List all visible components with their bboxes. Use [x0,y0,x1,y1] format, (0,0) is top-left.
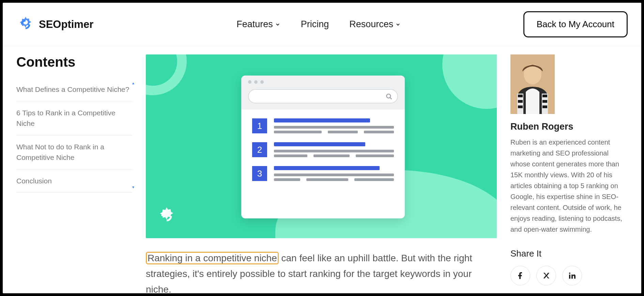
author-avatar [510,54,555,114]
rank-badge: 3 [252,166,267,181]
hero-illustration: 1 2 [146,54,497,238]
serp-results: 1 2 [241,110,405,199]
svg-rect-10 [542,105,547,108]
rank-badge: 1 [252,118,267,133]
primary-nav: Features Pricing Resources [236,19,401,30]
svg-point-0 [387,94,391,98]
site-header: SEOptimer Features Pricing Resources Bac… [3,3,641,46]
nav-pricing[interactable]: Pricing [301,19,329,30]
gear-icon [156,205,177,228]
result-lines-icon [274,166,394,181]
article-intro: Ranking in a competitive niche can feel … [146,250,497,293]
toc-heading: Contents [16,54,132,70]
caret-icon: ▴ [132,80,134,86]
search-icon [386,93,393,100]
brand-name: SEOptimer [39,18,93,31]
toc-item-label: What Not to do to Rank in a Competitive … [16,143,104,162]
svg-rect-6 [518,100,523,103]
toc-item-label: 6 Tips to Rank in a Competitive Niche [16,109,116,128]
svg-rect-7 [518,105,523,108]
browser-chrome [241,76,405,110]
share-facebook-button[interactable] [510,266,530,285]
share-heading: Share It [510,248,628,259]
serp-mockup: 1 2 [241,76,405,218]
serp-result: 3 [252,166,394,181]
account-button[interactable]: Back to My Account [523,11,628,37]
main-content: Contents ▴ What Defines a Competitive Ni… [3,46,641,293]
article-column: 1 2 [146,54,497,293]
chevron-down-icon [395,22,401,27]
svg-rect-11 [569,275,570,279]
share-x-button[interactable] [536,266,556,285]
brand-logo[interactable]: SEOptimer [16,15,93,34]
serp-result: 2 [252,142,394,157]
page: SEOptimer Features Pricing Resources Bac… [3,3,641,293]
nav-features[interactable]: Features [236,19,280,30]
linkedin-icon [568,272,576,280]
toc-item[interactable]: 6 Tips to Rank in a Competitive Niche [16,101,132,135]
caret-icon: ▾ [132,184,134,190]
person-icon [510,54,555,114]
svg-rect-5 [518,95,523,97]
svg-rect-9 [542,100,547,103]
table-of-contents: Contents ▴ What Defines a Competitive Ni… [16,54,132,293]
highlighted-phrase: Ranking in a competitive niche [146,252,279,264]
share-buttons [510,266,628,285]
facebook-icon [516,272,524,280]
chevron-down-icon [275,22,280,27]
decorative-circle [442,54,497,109]
toc-item-label: What Defines a Competitive Niche? [16,85,129,93]
nav-resources-label: Resources [349,19,393,30]
nav-resources[interactable]: Resources [349,19,401,30]
decorative-circle [146,54,187,95]
nav-features-label: Features [236,19,273,30]
window-dots-icon [248,80,398,84]
author-name: Ruben Rogers [510,121,628,132]
toc-item[interactable]: ▾ Conclusion [16,169,132,193]
author-bio: Ruben is an experienced content marketin… [510,137,628,235]
result-lines-icon [274,118,394,133]
svg-rect-8 [542,95,547,97]
serp-result: 1 [252,118,394,133]
x-icon [542,272,550,279]
toc-item[interactable]: What Not to do to Rank in a Competitive … [16,135,132,169]
nav-pricing-label: Pricing [301,19,329,30]
search-box-mockup [248,89,398,103]
result-lines-icon [274,142,394,157]
share-linkedin-button[interactable] [562,266,582,285]
rank-badge: 2 [252,142,267,157]
svg-point-12 [569,273,570,274]
gear-icon [16,15,35,34]
author-sidebar: Ruben Rogers Ruben is an experienced con… [510,54,628,293]
toc-item-label: Conclusion [16,177,52,185]
toc-item[interactable]: ▴ What Defines a Competitive Niche? [16,78,132,101]
